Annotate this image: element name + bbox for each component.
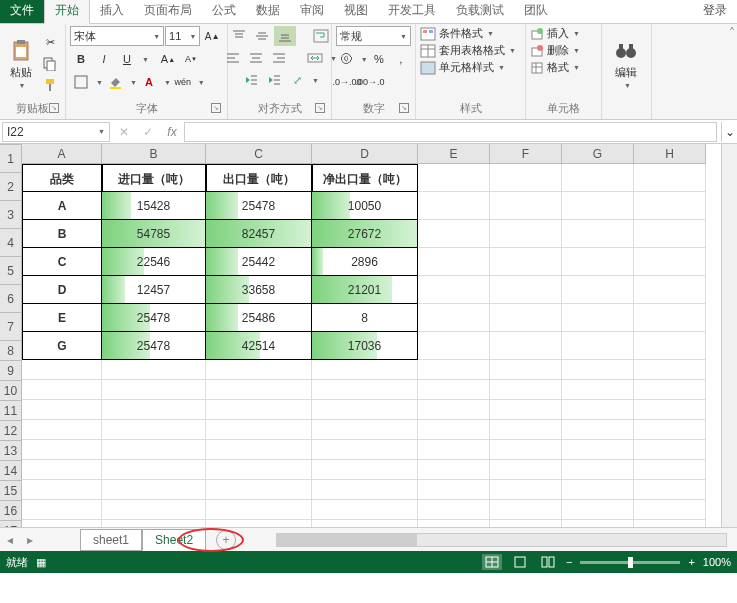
col-header-E[interactable]: E: [418, 144, 490, 164]
cell[interactable]: [102, 440, 206, 460]
cell[interactable]: 25478: [102, 304, 206, 332]
cell[interactable]: [102, 460, 206, 480]
cell[interactable]: [490, 360, 562, 380]
cell[interactable]: [634, 164, 706, 192]
chevron-down-icon[interactable]: ▼: [361, 56, 368, 63]
cell[interactable]: [634, 276, 706, 304]
cell[interactable]: [562, 400, 634, 420]
cell[interactable]: [22, 360, 102, 380]
cell[interactable]: [418, 192, 490, 220]
cell[interactable]: [562, 520, 634, 527]
cell[interactable]: [490, 520, 562, 527]
bold-button[interactable]: B: [70, 49, 92, 69]
macro-record-icon[interactable]: ▦: [36, 556, 46, 569]
normal-view-button[interactable]: [482, 554, 502, 570]
insert-cells-button[interactable]: 插入▼: [530, 26, 597, 41]
border-button[interactable]: [70, 72, 92, 92]
cell[interactable]: [102, 480, 206, 500]
format-as-table-button[interactable]: 套用表格格式▼: [420, 43, 521, 58]
cell[interactable]: B: [22, 220, 102, 248]
currency-button[interactable]: 🄋: [336, 49, 357, 69]
cell[interactable]: [634, 380, 706, 400]
merge-center-button[interactable]: [304, 48, 326, 68]
decrease-font-size-button[interactable]: A▼: [180, 49, 202, 69]
cell[interactable]: [22, 460, 102, 480]
cell[interactable]: [490, 220, 562, 248]
cell[interactable]: [418, 164, 490, 192]
row-header-13[interactable]: 13: [0, 441, 22, 461]
cell[interactable]: [490, 164, 562, 192]
format-cells-button[interactable]: 格式▼: [530, 60, 597, 75]
decrease-indent-button[interactable]: [240, 70, 262, 90]
font-color-button[interactable]: A: [138, 72, 160, 92]
cell[interactable]: [562, 500, 634, 520]
cell[interactable]: [634, 360, 706, 380]
increase-indent-button[interactable]: [263, 70, 285, 90]
cell[interactable]: [418, 380, 490, 400]
cell[interactable]: [312, 500, 418, 520]
col-header-D[interactable]: D: [312, 144, 418, 164]
cell[interactable]: [634, 480, 706, 500]
collapse-ribbon-icon[interactable]: ˄: [729, 26, 735, 40]
cell[interactable]: [490, 460, 562, 480]
cell[interactable]: [102, 380, 206, 400]
cell[interactable]: [562, 380, 634, 400]
cell[interactable]: [490, 480, 562, 500]
cell[interactable]: [418, 276, 490, 304]
cell[interactable]: 54785: [102, 220, 206, 248]
align-right-button[interactable]: [268, 48, 290, 68]
cell[interactable]: 33658: [206, 276, 312, 304]
percent-button[interactable]: %: [369, 49, 390, 69]
cell[interactable]: [562, 440, 634, 460]
cell[interactable]: [562, 276, 634, 304]
cell[interactable]: [634, 520, 706, 527]
col-header-F[interactable]: F: [490, 144, 562, 164]
expand-formula-bar-button[interactable]: ⌄: [721, 122, 737, 142]
col-header-B[interactable]: B: [102, 144, 206, 164]
cell[interactable]: [562, 220, 634, 248]
copy-button[interactable]: [39, 54, 61, 74]
cell[interactable]: [102, 400, 206, 420]
cell[interactable]: 进口量（吨）: [102, 164, 206, 192]
cell[interactable]: [490, 380, 562, 400]
cell[interactable]: 25442: [206, 248, 312, 276]
cell[interactable]: [22, 380, 102, 400]
tab-formulas[interactable]: 公式: [202, 0, 246, 23]
tab-page-layout[interactable]: 页面布局: [134, 0, 202, 23]
chevron-down-icon[interactable]: ▼: [96, 79, 103, 86]
cell[interactable]: [634, 440, 706, 460]
formula-input[interactable]: [184, 122, 717, 142]
fill-color-button[interactable]: [104, 72, 126, 92]
conditional-format-button[interactable]: 条件格式▼: [420, 26, 521, 41]
row-header-16[interactable]: 16: [0, 501, 22, 521]
cell[interactable]: [490, 304, 562, 332]
cell[interactable]: [418, 248, 490, 276]
cell[interactable]: G: [22, 332, 102, 360]
cell[interactable]: [634, 420, 706, 440]
chevron-down-icon[interactable]: ▼: [142, 56, 149, 63]
cell[interactable]: 25478: [102, 332, 206, 360]
dialog-launcher-icon[interactable]: ↘: [211, 103, 221, 113]
cell[interactable]: [22, 500, 102, 520]
cell[interactable]: E: [22, 304, 102, 332]
cell[interactable]: [418, 440, 490, 460]
dialog-launcher-icon[interactable]: ↘: [49, 103, 59, 113]
row-header-14[interactable]: 14: [0, 461, 22, 481]
cell[interactable]: [562, 420, 634, 440]
chevron-down-icon[interactable]: ▼: [164, 79, 171, 86]
cell[interactable]: [206, 460, 312, 480]
italic-button[interactable]: I: [93, 49, 115, 69]
cell[interactable]: 27672: [312, 220, 418, 248]
delete-cells-button[interactable]: 删除▼: [530, 43, 597, 58]
cell[interactable]: [418, 460, 490, 480]
cell[interactable]: [418, 220, 490, 248]
cell-styles-button[interactable]: 单元格样式▼: [420, 60, 521, 75]
cell[interactable]: [490, 248, 562, 276]
cell[interactable]: [418, 520, 490, 527]
cell[interactable]: [490, 400, 562, 420]
chevron-down-icon[interactable]: ▼: [198, 79, 205, 86]
tab-developer[interactable]: 开发工具: [378, 0, 446, 23]
cell[interactable]: [312, 380, 418, 400]
row-header-1[interactable]: 1: [0, 145, 22, 173]
cell[interactable]: [312, 480, 418, 500]
